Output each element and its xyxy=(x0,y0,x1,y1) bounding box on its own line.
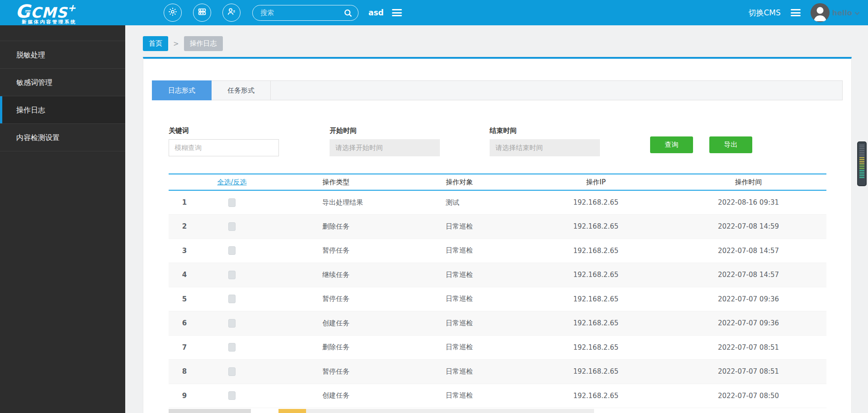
chevron-down-icon xyxy=(854,9,860,17)
search-icon[interactable] xyxy=(343,8,353,20)
table-row[interactable]: 7 删除任务 日常巡检 192.168.2.65 2022-07-07 08:5… xyxy=(169,335,826,360)
logo-power-text: power xyxy=(21,10,33,14)
cell-operation-ip: 192.168.2.65 xyxy=(521,263,670,287)
row-checkbox[interactable] xyxy=(228,295,236,303)
scroll-indicator-band xyxy=(859,164,864,170)
table-row[interactable]: 6 创建任务 日常巡检 192.168.2.65 2022-07-07 09:3… xyxy=(169,311,826,336)
start-time-label: 开始时间 xyxy=(330,127,440,135)
keyword-input[interactable] xyxy=(169,139,279,156)
table-row[interactable]: 8 暂停任务 日常巡检 192.168.2.65 2022-07-07 08:5… xyxy=(169,360,826,384)
scroll-indicator[interactable] xyxy=(857,141,867,186)
cell-operation-time: 2022-07-08 14:59 xyxy=(670,215,826,239)
search-input[interactable] xyxy=(253,9,358,17)
row-checkbox[interactable] xyxy=(228,198,236,207)
cell-operation-ip: 192.168.2.65 xyxy=(521,215,670,239)
nav-menu-button[interactable] xyxy=(791,9,801,16)
export-button[interactable]: 导出 xyxy=(709,136,752,153)
log-table: 全选/反选 操作类型 操作对象 操作IP 操作时间 1 导出处理结果 测试 19… xyxy=(169,174,826,408)
column-operation-ip: 操作IP xyxy=(521,174,670,190)
header-quick-actions xyxy=(164,4,241,22)
cell-operation-object: 日常巡检 xyxy=(390,335,521,360)
end-time-label: 结束时间 xyxy=(490,127,600,135)
settings-button[interactable] xyxy=(164,4,182,22)
row-index: 2 xyxy=(169,215,200,239)
pagination-prev-button[interactable] xyxy=(169,409,251,413)
table-row[interactable]: 2 删除任务 日常巡检 192.168.2.65 2022-07-08 14:5… xyxy=(169,215,826,239)
query-button[interactable]: 查询 xyxy=(650,136,693,153)
row-index: 4 xyxy=(169,263,200,287)
breadcrumb-home[interactable]: 首页 xyxy=(143,36,168,51)
breadcrumb-current[interactable]: 操作日志 xyxy=(184,36,223,51)
cell-operation-time: 2022-07-07 09:36 xyxy=(670,311,826,336)
switch-cms-button[interactable]: 切换CMS xyxy=(748,8,780,18)
sidebar: 脱敏处理 敏感词管理 操作日志 内容检测设置 xyxy=(0,25,125,413)
cell-operation-type: 创建任务 xyxy=(264,384,390,408)
cell-operation-type: 暂停任务 xyxy=(264,360,390,384)
row-index: 9 xyxy=(169,384,200,408)
cell-operation-type: 继续任务 xyxy=(264,263,390,287)
cell-operation-object: 测试 xyxy=(390,190,521,215)
breadcrumb: 首页 > 操作日志 xyxy=(143,36,223,51)
column-operation-object: 操作对象 xyxy=(390,174,521,190)
tab-bar: 日志形式 任务形式 xyxy=(152,80,843,100)
header-search xyxy=(252,5,359,21)
cell-operation-object: 日常巡检 xyxy=(390,311,521,336)
row-checkbox[interactable] xyxy=(228,391,236,400)
table-row[interactable]: 9 创建任务 日常巡检 192.168.2.65 2022-07-07 08:5… xyxy=(169,384,826,408)
table-row[interactable]: 1 导出处理结果 测试 192.168.2.65 2022-08-16 09:3… xyxy=(169,190,826,215)
scroll-indicator-band xyxy=(859,157,864,164)
cell-operation-ip: 192.168.2.65 xyxy=(521,239,670,263)
cell-operation-type: 导出处理结果 xyxy=(264,190,390,215)
tab-log-form[interactable]: 日志形式 xyxy=(152,80,212,100)
filter-end-time: 结束时间 xyxy=(490,127,600,156)
cell-operation-time: 2022-07-07 08:51 xyxy=(670,335,826,360)
cell-operation-object: 日常巡检 xyxy=(390,360,521,384)
scroll-indicator-band xyxy=(859,145,864,157)
modules-button[interactable] xyxy=(193,4,211,22)
keyword-label: 关键词 xyxy=(169,127,279,135)
cell-operation-object: 日常巡检 xyxy=(390,215,521,239)
start-time-input[interactable] xyxy=(330,139,440,156)
row-checkbox[interactable] xyxy=(228,271,236,279)
column-operation-time: 操作时间 xyxy=(670,174,826,190)
table-row[interactable]: 5 暂停任务 日常巡检 192.168.2.65 2022-07-07 09:3… xyxy=(169,287,826,311)
sidebar-item-operation-log[interactable]: 操作日志 xyxy=(0,96,125,124)
row-index: 1 xyxy=(169,190,200,215)
cell-operation-ip: 192.168.2.65 xyxy=(521,190,670,215)
user-management-button[interactable] xyxy=(222,4,241,22)
filter-start-time: 开始时间 xyxy=(330,127,440,156)
pagination-current-page[interactable] xyxy=(278,409,306,413)
scroll-indicator-band xyxy=(859,170,864,179)
row-index: 5 xyxy=(169,287,200,311)
row-checkbox[interactable] xyxy=(228,319,236,328)
row-checkbox[interactable] xyxy=(228,367,236,376)
cell-operation-type: 删除任务 xyxy=(264,335,390,360)
cell-operation-object: 日常巡检 xyxy=(390,263,521,287)
user-settings-icon xyxy=(226,7,236,19)
cell-operation-type: 创建任务 xyxy=(264,311,390,336)
table-row[interactable]: 4 继续任务 日常巡检 192.168.2.65 2022-07-08 14:5… xyxy=(169,263,826,287)
sidebar-item-content-detection[interactable]: 内容检测设置 xyxy=(0,124,125,151)
header-menu-button[interactable] xyxy=(392,9,402,16)
row-checkbox[interactable] xyxy=(228,343,236,352)
table-row[interactable]: 3 暂停任务 日常巡检 192.168.2.65 2022-07-08 14:5… xyxy=(169,239,826,263)
row-checkbox[interactable] xyxy=(228,222,236,231)
user-menu-name: hello xyxy=(832,9,852,17)
cell-operation-object: 日常巡检 xyxy=(390,239,521,263)
table-header-row: 全选/反选 操作类型 操作对象 操作IP 操作时间 xyxy=(169,174,826,190)
tab-task-form[interactable]: 任务形式 xyxy=(212,81,271,100)
row-checkbox[interactable] xyxy=(228,246,236,255)
user-menu[interactable]: hello xyxy=(832,9,860,17)
sidebar-spacer xyxy=(0,25,125,41)
sidebar-item-desensitization[interactable]: 脱敏处理 xyxy=(0,41,125,69)
cell-operation-time: 2022-07-08 14:57 xyxy=(670,263,826,287)
pagination-pages[interactable] xyxy=(306,409,594,413)
column-operation-type: 操作类型 xyxy=(264,174,390,190)
sidebar-item-sensitive-words[interactable]: 敏感词管理 xyxy=(0,69,125,96)
cell-operation-ip: 192.168.2.65 xyxy=(521,335,670,360)
cell-operation-object: 日常巡检 xyxy=(390,384,521,408)
end-time-input[interactable] xyxy=(490,139,600,156)
select-all-link[interactable]: 全选/反选 xyxy=(217,178,246,186)
cell-operation-ip: 192.168.2.65 xyxy=(521,360,670,384)
user-avatar[interactable] xyxy=(811,3,830,22)
